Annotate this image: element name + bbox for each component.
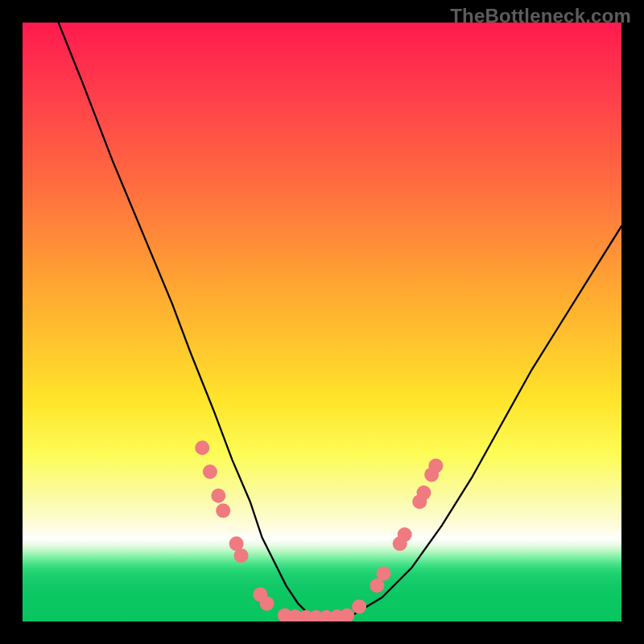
data-dot (428, 459, 443, 473)
data-dot (260, 597, 275, 611)
data-dot (203, 464, 217, 479)
data-dot (416, 485, 431, 500)
data-dots (195, 440, 443, 621)
watermark-text: TheBottleneck.com (450, 5, 631, 27)
data-dot (398, 527, 412, 542)
bottleneck-curve-line (59, 23, 621, 618)
data-dot (211, 489, 225, 503)
data-dot (216, 503, 230, 518)
chart-plot-area (23, 23, 621, 621)
data-dot (352, 599, 366, 613)
data-dot (377, 566, 391, 580)
data-dot (340, 609, 354, 621)
data-dot (195, 440, 209, 455)
chart-svg (23, 23, 621, 621)
data-dot (234, 548, 249, 563)
